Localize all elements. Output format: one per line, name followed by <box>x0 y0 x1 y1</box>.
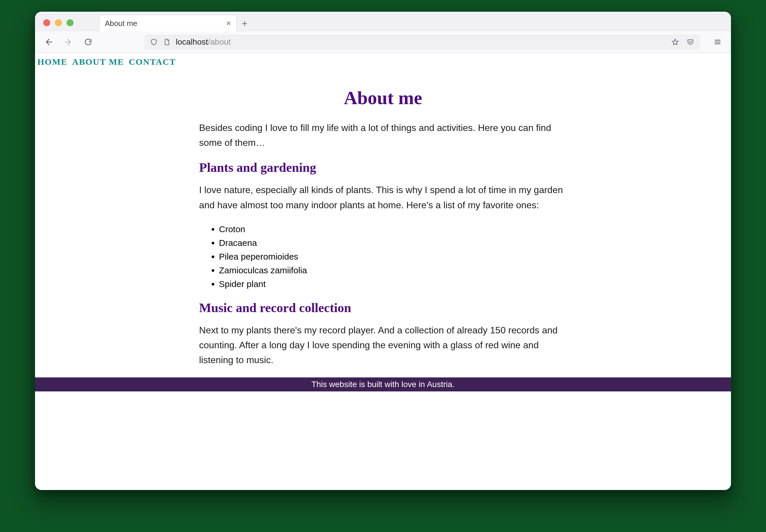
address-bar[interactable]: localhost/about <box>144 34 700 50</box>
tab-title: About me <box>105 19 226 28</box>
hamburger-icon <box>713 38 722 46</box>
reload-button[interactable] <box>80 34 96 50</box>
footer-text: This website is built with love in Austr… <box>312 380 454 389</box>
browser-tab[interactable]: About me × <box>99 15 237 31</box>
arrow-left-icon <box>44 38 53 46</box>
app-menu-button[interactable] <box>709 34 726 50</box>
maximize-window-button[interactable] <box>67 19 73 26</box>
section-music-title: Music and record collection <box>199 300 567 315</box>
page-content: About me Besides coding I love to fill m… <box>199 70 567 367</box>
section-plants-title: Plants and gardening <box>199 160 567 175</box>
close-tab-icon[interactable]: × <box>226 19 231 27</box>
minimize-window-button[interactable] <box>55 19 62 26</box>
page-viewport: HOME ABOUT ME CONTACT About me Besides c… <box>35 53 731 490</box>
list-item: Dracaena <box>219 236 567 249</box>
page-title: About me <box>199 87 567 109</box>
browser-window: About me × + localhost/about <box>35 12 731 490</box>
list-item: Croton <box>219 223 567 236</box>
reload-icon <box>84 38 92 46</box>
bookmark-star-icon[interactable] <box>671 38 679 46</box>
browser-toolbar: localhost/about <box>35 31 731 53</box>
page-icon <box>163 38 170 46</box>
nav-contact[interactable]: CONTACT <box>129 57 176 67</box>
url-host: localhost <box>176 37 208 47</box>
nav-about[interactable]: ABOUT ME <box>72 57 124 67</box>
list-item: Pilea peperomioides <box>219 250 567 263</box>
close-window-button[interactable] <box>43 19 50 26</box>
section-plants-body: I love nature, especially all kinds of p… <box>199 183 567 212</box>
new-tab-button[interactable]: + <box>237 15 253 31</box>
nav-home[interactable]: HOME <box>37 57 67 67</box>
page-footer: This website is built with love in Austr… <box>35 377 731 391</box>
url-text: localhost/about <box>176 37 231 47</box>
tab-bar: About me × + <box>35 12 731 31</box>
list-item: Zamioculcas zamiifolia <box>219 264 567 277</box>
window-controls <box>35 19 82 31</box>
section-music-body: Next to my plants there's my record play… <box>199 323 567 368</box>
arrow-right-icon <box>64 38 73 46</box>
pocket-icon[interactable] <box>687 38 694 46</box>
shield-icon <box>150 38 157 46</box>
site-nav: HOME ABOUT ME CONTACT <box>35 53 731 70</box>
list-item: Spider plant <box>219 277 567 291</box>
plants-list: Croton Dracaena Pilea peperomioides Zami… <box>199 223 567 291</box>
url-path: /about <box>208 37 231 47</box>
forward-button[interactable] <box>60 34 76 50</box>
intro-paragraph: Besides coding I love to fill my life wi… <box>199 120 567 150</box>
back-button[interactable] <box>40 34 57 50</box>
